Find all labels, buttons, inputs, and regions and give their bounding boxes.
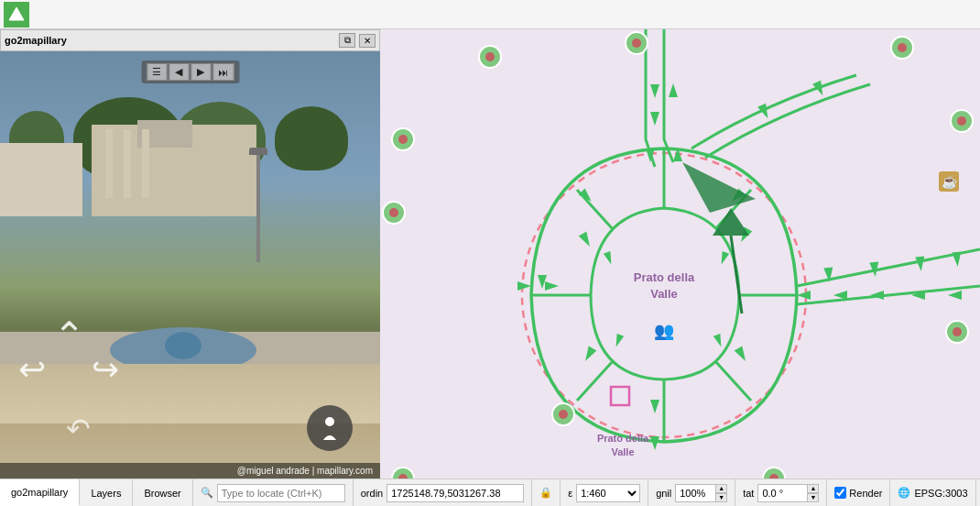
svg-point-50 [898,43,907,52]
rotation-spinner: ▲ ▼ [757,484,819,502]
playback-play-button[interactable]: ▶ [191,63,211,81]
rotation-section: tat ▲ ▼ [735,479,827,506]
search-icon: 🔍 [201,487,213,499]
svg-text:☕: ☕ [942,174,958,190]
nav-arrow-up[interactable]: ⌃ [53,314,85,358]
tab-browser[interactable]: Browser [133,479,192,506]
svg-point-66 [559,410,568,419]
svg-point-62 [953,327,962,336]
epsg-label: EPSG:3003 [914,488,967,499]
render-section: Render [827,479,890,506]
zoom-up-button[interactable]: ▲ [715,484,727,493]
sv-pillar-3 [142,129,149,198]
streetview-controls: ⧉ ✕ [339,33,376,48]
playback-next-button[interactable]: ⏭ [212,63,234,81]
render-label: Render [849,488,882,499]
streetview-restore-button[interactable]: ⧉ [339,33,355,48]
render-checkbox[interactable] [834,487,846,499]
globe-icon: 🌐 [898,487,910,499]
search-input[interactable] [217,484,345,502]
main-content: go2mapillary ⧉ ✕ [0,29,980,478]
sv-fountain-water [165,332,201,359]
svg-point-54 [398,135,408,144]
zoom-label: gnil [656,488,671,499]
svg-point-0 [325,417,334,426]
scale-section: ε 1:460 1:500 1:1000 1:5000 [561,479,648,506]
rotation-up-button[interactable]: ▲ [807,484,819,493]
svg-point-48 [632,38,641,48]
coordinates-section: ordin [354,479,532,506]
navigation-arrows: ⌃ ↩ ↪ [18,314,137,405]
rotation-label: tat [743,488,754,499]
zoom-spin-buttons: ▲ ▼ [715,484,727,502]
place-name-2a: Prato della [597,433,649,444]
sv-lamppost [256,152,260,262]
sv-pillar-1 [105,129,113,198]
sv-lamppost-head [249,148,267,155]
place-name-1a: Prato della [634,270,695,284]
place-name-1b: Valle [650,287,678,301]
messages-section[interactable]: 💬 [976,479,980,506]
streetview-panel: go2mapillary ⧉ ✕ [0,29,380,478]
epsg-section[interactable]: 🌐 EPSG:3003 [890,479,975,506]
nav-arrow-right[interactable]: ↪ [92,350,119,389]
sv-tree-3 [275,106,348,170]
playback-controls: ☰ ◀ ▶ ⏭ [141,60,239,83]
people-icon: 👥 [654,321,675,341]
svg-point-46 [485,52,495,61]
playback-menu-button[interactable]: ☰ [147,63,167,81]
zoom-down-button[interactable]: ▼ [715,493,727,502]
lock-icon: 🔒 [539,487,552,499]
svg-point-52 [957,116,966,126]
place-name-2b: Valle [611,446,634,457]
map-panel[interactable]: ☕ Prato della Valle 👥 Prato della Valle [380,29,980,478]
streetview-caption: @miguel andrade | mapillary.com [0,463,380,478]
streetview-close-button[interactable]: ✕ [359,34,376,48]
svg-point-56 [389,208,398,217]
person-compass-icon[interactable] [307,405,353,451]
streetview-titlebar: go2mapillary ⧉ ✕ [0,29,380,51]
rotation-down-button[interactable]: ▼ [807,493,819,502]
nav-arrow-down[interactable]: ↶ [66,412,91,446]
scale-label: ε [568,488,572,499]
app-logo [4,2,29,28]
svg-rect-1 [380,29,980,478]
zoom-spinner: ▲ ▼ [675,484,727,502]
coordinates-input[interactable] [387,484,524,502]
zoom-input[interactable] [675,484,716,502]
sv-pillar-2 [124,129,131,198]
zoom-section: gnil ▲ ▼ [648,479,735,506]
search-section: 🔍 [193,479,354,506]
scale-select[interactable]: 1:460 1:500 1:1000 1:5000 [576,484,640,502]
status-bar: go2mapillary Layers Browser 🔍 ordin 🔒 ε … [0,478,980,506]
coordinates-label: ordin [361,488,383,499]
nav-arrow-left[interactable]: ↩ [18,350,46,389]
lock-section[interactable]: 🔒 [532,479,561,506]
tab-go2mapillary[interactable]: go2mapillary [0,479,80,506]
tab-layers[interactable]: Layers [80,479,133,506]
map-svg: ☕ Prato della Valle 👥 Prato della Valle [380,29,980,478]
rotation-input[interactable] [757,484,808,502]
streetview-title: go2mapillary [5,35,67,46]
rotation-spin-buttons: ▲ ▼ [807,484,819,502]
top-toolbar [0,0,980,29]
playback-prev-button[interactable]: ◀ [169,63,189,81]
sv-building-left [0,143,82,216]
